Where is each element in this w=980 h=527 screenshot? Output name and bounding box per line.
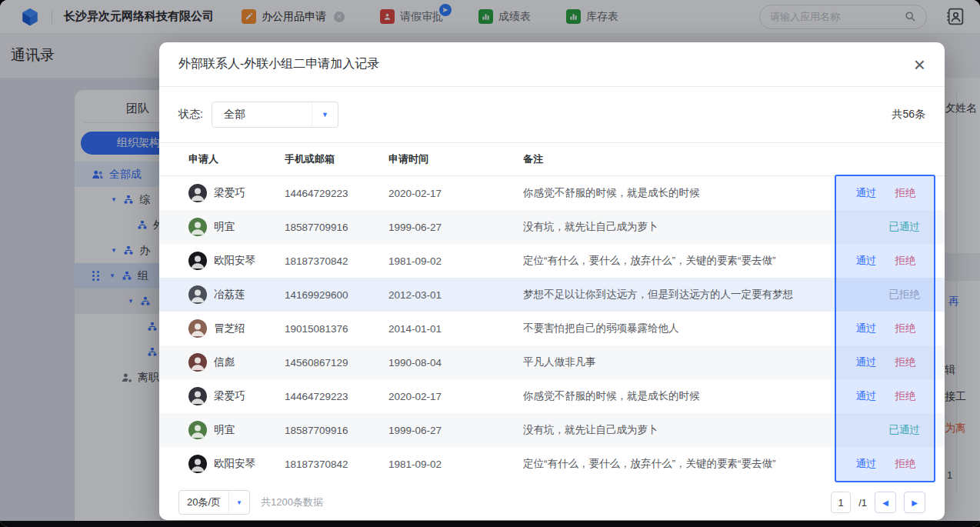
phone-cell: 18587709916 — [285, 425, 388, 436]
applicant-name: 欧阳安琴 — [214, 254, 255, 268]
approve-link[interactable]: 通过 — [856, 186, 877, 200]
status-select[interactable]: 全部 ▼ — [212, 102, 338, 128]
chevron-down-icon[interactable]: ▼ — [228, 491, 249, 514]
approve-link[interactable]: 通过 — [856, 355, 877, 369]
reject-link[interactable]: 拒绝 — [895, 186, 916, 200]
table-row: 信彪145608671291990-08-04平凡人做非凡事通过拒绝 — [159, 345, 945, 379]
current-page-box[interactable]: 1 — [831, 492, 851, 513]
page-total-label: /1 — [858, 497, 867, 509]
column-header: 手机或邮箱 — [285, 152, 388, 166]
application-records-modal: 外部联系人-外联小组二申请加入记录 × 状态: 全部 ▼ 共56条 申请人手机或… — [159, 42, 945, 520]
phone-cell: 19015081376 — [285, 323, 388, 335]
reject-link[interactable]: 拒绝 — [895, 322, 916, 335]
reject-link[interactable]: 拒绝 — [895, 355, 916, 369]
date-cell: 1981-09-02 — [388, 459, 523, 470]
phone-cell: 14464729223 — [285, 391, 388, 402]
actions-cell: 通过拒绝 — [838, 355, 934, 369]
approve-link[interactable]: 通过 — [856, 254, 877, 268]
close-icon[interactable]: × — [914, 57, 925, 72]
date-cell: 1990-08-04 — [388, 357, 523, 369]
note-cell: 不要害怕把自己的弱项暴露给他人 — [523, 322, 838, 335]
table-row: 冒芝绍190150813762014-01-01不要害怕把自己的弱项暴露给他人通… — [159, 312, 945, 345]
table-row: 明宜185877099161999-06-27没有坑，就先让自己成为萝卜已通过 — [159, 210, 945, 244]
approve-link[interactable]: 通过 — [856, 457, 877, 471]
note-cell: 你感觉不舒服的时候，就是成长的时候 — [523, 186, 838, 200]
phone-cell: 18187370842 — [285, 255, 388, 267]
applicant-cell: 明宜 — [188, 421, 285, 439]
phone-cell: 14464729223 — [285, 188, 388, 199]
note-cell: 平凡人做非凡事 — [523, 355, 838, 369]
avatar — [188, 387, 207, 405]
applicant-cell: 欧阳安琴 — [188, 455, 285, 473]
avatar — [188, 218, 207, 236]
screen-frame-edge — [0, 521, 980, 527]
approve-link[interactable]: 通过 — [856, 389, 877, 403]
next-page-button[interactable]: ▶ — [904, 492, 925, 513]
date-cell: 1999-06-27 — [388, 425, 523, 436]
page-size-value: 20条/页 — [179, 495, 228, 509]
date-cell: 2014-01-01 — [388, 323, 523, 335]
avatar — [188, 252, 207, 270]
actions-cell: 通过拒绝 — [838, 322, 934, 335]
date-cell: 2020-02-17 — [388, 391, 523, 402]
reject-link[interactable]: 拒绝 — [895, 254, 916, 268]
page-size-select[interactable]: 20条/页 ▼ — [178, 490, 250, 515]
actions-cell: 已通过 — [838, 423, 934, 437]
table-row: 欧阳安琴181873708421981-09-02定位“有什么，要什么，放弃什么… — [159, 447, 945, 481]
modal-footer: 20条/页 ▼ 共1200条数据 1 /1 ◀ ▶ — [159, 481, 945, 515]
data-total-label: 共1200条数据 — [261, 495, 323, 509]
applicant-name: 欧阳安琴 — [214, 457, 255, 471]
status-select-value: 全部 — [212, 108, 245, 122]
reject-link[interactable]: 拒绝 — [895, 389, 916, 403]
table-header: 申请人手机或邮箱申请时间备注 — [159, 142, 945, 176]
applicant-name: 明宜 — [214, 423, 235, 437]
date-cell: 1981-09-02 — [388, 255, 523, 267]
actions-cell: 通过拒绝 — [838, 254, 934, 268]
applicant-name: 信彪 — [214, 355, 235, 369]
note-cell: 你感觉不舒服的时候，就是成长的时候 — [523, 389, 838, 403]
table-row: 冶荔莲141699296002012-03-01梦想不足以让你到达远方，但是到达… — [159, 278, 945, 312]
date-cell: 1999-06-27 — [388, 222, 523, 233]
avatar — [188, 455, 207, 473]
applicant-cell: 欧阳安琴 — [188, 252, 285, 270]
table-row: 梁爱巧144647292232020-02-17你感觉不舒服的时候，就是成长的时… — [159, 379, 945, 413]
avatar — [188, 353, 207, 372]
status-approved-label: 已通过 — [838, 220, 934, 234]
actions-cell: 已通过 — [838, 220, 934, 234]
modal-header: 外部联系人-外联小组二申请加入记录 × — [159, 42, 945, 87]
table-row: 梁爱巧144647292232020-02-17你感觉不舒服的时候，就是成长的时… — [159, 176, 945, 210]
applicant-cell: 冶荔莲 — [188, 285, 285, 304]
applicant-name: 冒芝绍 — [214, 322, 245, 335]
phone-cell: 14169929600 — [285, 289, 388, 301]
filter-row: 状态: 全部 ▼ 共56条 — [159, 87, 945, 142]
column-header: 申请时间 — [388, 152, 523, 166]
actions-cell: 通过拒绝 — [838, 186, 934, 200]
applicant-name: 冶荔莲 — [214, 288, 245, 302]
column-header: 备注 — [523, 152, 838, 166]
actions-cell: 已拒绝 — [838, 288, 934, 302]
chevron-down-icon[interactable]: ▼ — [312, 102, 338, 127]
avatar — [188, 319, 207, 338]
table-row: 欧阳安琴181873708421981-09-02定位“有什么，要什么，放弃什么… — [159, 244, 945, 278]
status-filter-label: 状态: — [178, 108, 203, 122]
avatar — [188, 285, 207, 304]
date-cell: 2020-02-17 — [388, 188, 523, 199]
modal-title: 外部联系人-外联小组二申请加入记录 — [178, 56, 379, 72]
date-cell: 2012-03-01 — [388, 289, 523, 301]
applicant-cell: 梁爱巧 — [188, 184, 285, 202]
note-cell: 梦想不足以让你到达远方，但是到达远方的人一定要有梦想 — [523, 288, 838, 302]
actions-cell: 通过拒绝 — [838, 457, 934, 471]
approve-link[interactable]: 通过 — [856, 322, 877, 335]
prev-page-button[interactable]: ◀ — [875, 492, 896, 513]
reject-link[interactable]: 拒绝 — [895, 457, 916, 471]
records-tbody: 梁爱巧144647292232020-02-17你感觉不舒服的时候，就是成长的时… — [159, 176, 945, 481]
note-cell: 定位“有什么，要什么，放弃什么”，关键的要素“要去做” — [523, 457, 838, 471]
records-table: 申请人手机或邮箱申请时间备注 梁爱巧144647292232020-02-17你… — [159, 142, 945, 481]
avatar — [188, 421, 207, 439]
applicant-cell: 冒芝绍 — [188, 319, 285, 338]
total-count: 共56条 — [892, 108, 925, 122]
note-cell: 没有坑，就先让自己成为萝卜 — [523, 423, 838, 437]
status-approved-label: 已通过 — [838, 423, 934, 437]
note-cell: 没有坑，就先让自己成为萝卜 — [523, 220, 838, 234]
note-cell: 定位“有什么，要什么，放弃什么”，关键的要素“要去做” — [523, 254, 838, 268]
